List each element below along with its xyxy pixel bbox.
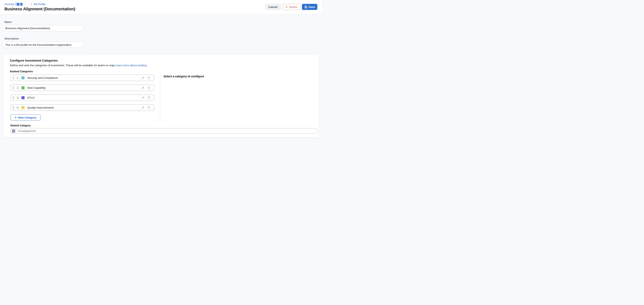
edit-pencil-icon[interactable] xyxy=(142,86,144,89)
close-icon: ✕ xyxy=(286,5,288,8)
category-name: Security and Compliance xyxy=(27,76,58,79)
category-color-swatch xyxy=(22,106,24,109)
category-row-actions xyxy=(142,86,152,89)
delete-button-label: Delete xyxy=(289,5,298,8)
category-rank: 2 xyxy=(16,86,19,89)
new-category-button-label: New Category xyxy=(18,116,36,119)
save-button-label: Save xyxy=(308,5,315,8)
delete-trash-icon[interactable] xyxy=(147,96,150,99)
edit-pencil-icon[interactable] xyxy=(142,106,144,109)
drag-handle-icon[interactable] xyxy=(12,106,14,109)
category-color-swatch xyxy=(22,76,24,79)
breadcrumb-account-label[interactable]: Account: xyxy=(4,3,15,6)
category-color-swatch xyxy=(22,86,24,89)
category-name: Quality Improvements xyxy=(27,106,54,109)
ranked-categories-label: Ranked Categories xyxy=(10,70,160,73)
section-title: Configure Investment Categories xyxy=(10,59,317,62)
learn-more-link[interactable]: Learn more about ranking xyxy=(115,64,147,67)
name-input[interactable] xyxy=(3,25,84,31)
edit-pencil-icon[interactable] xyxy=(142,96,144,99)
name-label: Name xyxy=(4,20,322,23)
category-row-actions xyxy=(142,106,152,109)
section-subtitle-text: Define and rank the categories of invest… xyxy=(10,64,115,67)
edit-pencil-icon[interactable] xyxy=(142,76,144,79)
page-header: Account: › BA Profile Business Alignment… xyxy=(0,0,322,14)
plus-icon: + xyxy=(15,116,16,119)
cancel-button[interactable]: Cancel xyxy=(265,4,281,10)
description-label: Description xyxy=(4,37,322,40)
category-rank: 1 xyxy=(16,76,19,79)
category-row[interactable]: 2 New Capability xyxy=(10,84,154,91)
main-content: Name Description Configure Investment Ca… xyxy=(0,14,322,138)
drag-handle-icon[interactable] xyxy=(12,76,14,79)
category-row[interactable]: 1 Security and Compliance xyxy=(10,74,154,81)
delete-button[interactable]: ✕ Delete xyxy=(282,4,300,10)
investment-categories-card: Configure Investment Categories Define a… xyxy=(3,54,319,138)
default-category-row[interactable]: Uncategorized xyxy=(10,128,317,134)
default-category-label: Default Category xyxy=(10,124,317,127)
category-color-swatch xyxy=(22,96,24,99)
page-title: Business Alignment (Documentation) xyxy=(4,7,75,11)
delete-trash-icon[interactable] xyxy=(147,106,150,109)
chevron-right-icon: › xyxy=(31,2,32,6)
category-name: New Capability xyxy=(27,86,46,89)
drag-handle-icon[interactable] xyxy=(12,96,14,99)
category-config-panel: Select a category to configure xyxy=(160,70,204,122)
drag-handle-icon[interactable] xyxy=(12,86,14,89)
breadcrumb-ba-profile[interactable]: BA Profile xyxy=(34,3,46,6)
ba-profile-page: Account: › BA Profile Business Alignment… xyxy=(0,0,322,152)
delete-trash-icon[interactable] xyxy=(147,86,150,89)
category-row[interactable]: 4 Quality Improvements xyxy=(10,104,154,111)
header-actions: Cancel ✕ Delete Save xyxy=(265,4,317,10)
category-name: KTLO xyxy=(27,96,34,99)
breadcrumb: Account: › BA Profile xyxy=(4,2,46,6)
save-floppy-icon xyxy=(304,5,308,8)
default-category-name: Uncategorized xyxy=(18,129,36,132)
categories-columns: Ranked Categories 1 Security and Complia… xyxy=(10,70,317,122)
delete-trash-icon[interactable] xyxy=(147,76,150,79)
category-rank: 4 xyxy=(16,106,19,109)
category-color-swatch xyxy=(12,129,15,133)
category-rank: 3 xyxy=(16,96,19,99)
section-subtitle: Define and rank the categories of invest… xyxy=(10,64,317,67)
new-category-button[interactable]: + New Category xyxy=(10,114,41,120)
category-row-actions xyxy=(142,76,152,79)
ranked-categories-panel: Ranked Categories 1 Security and Complia… xyxy=(10,70,160,122)
category-list: 1 Security and Compliance 2 xyxy=(10,74,154,111)
description-input[interactable] xyxy=(3,42,84,48)
breadcrumb-account-redacted xyxy=(15,3,22,6)
category-row-actions xyxy=(142,96,152,99)
save-button[interactable]: Save xyxy=(302,4,317,10)
category-row[interactable]: 3 KTLO xyxy=(10,94,154,101)
empty-state-text: Select a category to configure xyxy=(164,75,204,78)
